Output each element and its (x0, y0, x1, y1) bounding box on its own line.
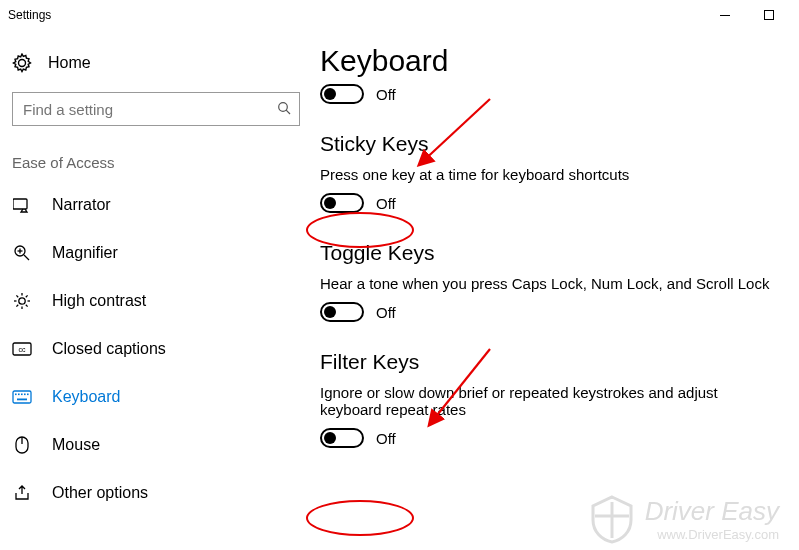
toggle-state-label: Off (376, 430, 396, 447)
home-label: Home (48, 54, 91, 72)
svg-rect-19 (15, 394, 17, 396)
annotation-ellipse (306, 500, 414, 536)
sidebar-item-label: Mouse (52, 436, 100, 454)
section-desc: Ignore or slow down brief or repeated ke… (320, 384, 750, 418)
sidebar-item-closed-captions[interactable]: cc Closed captions (12, 325, 300, 373)
toggle-keys-toggle[interactable] (320, 302, 364, 322)
sidebar: Home Ease of Access Narrator Magnifier (0, 30, 300, 550)
keyboard-master-toggle-row: Off (320, 84, 781, 104)
keyboard-icon (12, 390, 32, 404)
titlebar: Settings (0, 0, 799, 30)
maximize-button[interactable] (747, 1, 791, 29)
captions-icon: cc (12, 342, 32, 356)
sidebar-item-label: Closed captions (52, 340, 166, 358)
svg-rect-21 (21, 394, 23, 396)
filter-keys-toggle[interactable] (320, 428, 364, 448)
sidebar-item-label: Keyboard (52, 388, 121, 406)
svg-line-4 (24, 255, 29, 260)
svg-rect-22 (24, 394, 26, 396)
svg-point-7 (19, 298, 25, 304)
minimize-button[interactable] (703, 1, 747, 29)
svg-line-1 (286, 110, 290, 114)
magnifier-icon (12, 244, 32, 262)
toggle-state-label: Off (376, 195, 396, 212)
gear-icon (12, 53, 32, 73)
search-box[interactable] (12, 92, 300, 126)
svg-line-14 (26, 295, 28, 297)
svg-rect-18 (13, 391, 31, 403)
sidebar-item-mouse[interactable]: Mouse (12, 421, 300, 469)
section-desc: Hear a tone when you press Caps Lock, Nu… (320, 275, 781, 292)
sidebar-item-narrator[interactable]: Narrator (12, 181, 300, 229)
section-heading-sticky-keys: Sticky Keys (320, 132, 781, 156)
search-icon (277, 101, 291, 118)
sidebar-item-label: High contrast (52, 292, 146, 310)
window-title: Settings (8, 8, 51, 22)
toggle-keys-toggle-row: Off (320, 302, 781, 322)
sidebar-item-keyboard[interactable]: Keyboard (12, 373, 300, 421)
sidebar-group-label: Ease of Access (12, 154, 300, 171)
svg-text:cc: cc (19, 346, 27, 353)
svg-rect-20 (18, 394, 20, 396)
search-input[interactable] (21, 100, 277, 119)
svg-point-0 (279, 102, 288, 111)
svg-line-15 (16, 305, 18, 307)
svg-rect-24 (17, 399, 27, 401)
section-desc: Press one key at a time for keyboard sho… (320, 166, 781, 183)
mouse-icon (12, 436, 32, 454)
toggle-state-label: Off (376, 304, 396, 321)
sticky-keys-toggle[interactable] (320, 193, 364, 213)
svg-line-13 (26, 305, 28, 307)
page-title: Keyboard (320, 44, 781, 78)
sidebar-item-label: Magnifier (52, 244, 118, 262)
toggle-state-label: Off (376, 86, 396, 103)
share-icon (12, 484, 32, 502)
svg-rect-2 (13, 199, 27, 209)
section-heading-filter-keys: Filter Keys (320, 350, 781, 374)
svg-line-12 (16, 295, 18, 297)
brightness-icon (12, 292, 32, 310)
sticky-keys-toggle-row: Off (320, 193, 781, 213)
sidebar-item-high-contrast[interactable]: High contrast (12, 277, 300, 325)
narrator-icon (12, 197, 32, 213)
svg-rect-23 (27, 394, 29, 396)
section-heading-toggle-keys: Toggle Keys (320, 241, 781, 265)
sidebar-item-label: Other options (52, 484, 148, 502)
sidebar-item-other-options[interactable]: Other options (12, 469, 300, 517)
filter-keys-toggle-row: Off (320, 428, 781, 448)
keyboard-master-toggle[interactable] (320, 84, 364, 104)
home-button[interactable]: Home (12, 40, 300, 86)
sidebar-item-magnifier[interactable]: Magnifier (12, 229, 300, 277)
sidebar-item-label: Narrator (52, 196, 111, 214)
